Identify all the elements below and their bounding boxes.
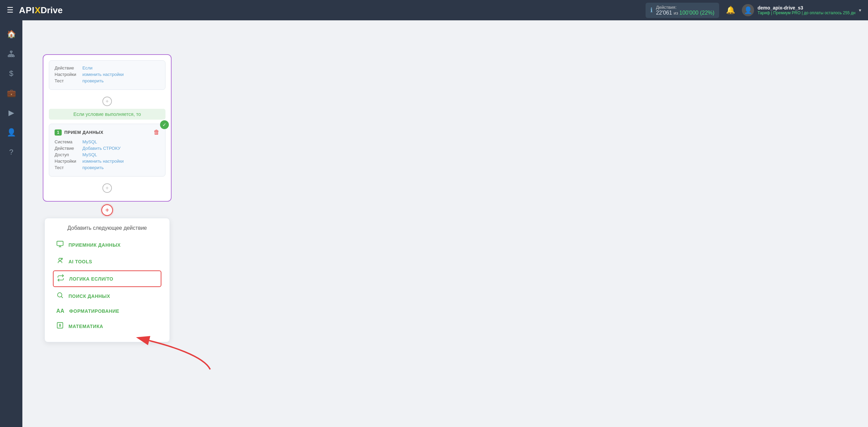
- sidebar-item-youtube[interactable]: ▶: [3, 104, 20, 121]
- label-settings: Настройки: [55, 72, 78, 77]
- menu-label-ai-tools: AI TOOLS: [68, 259, 92, 264]
- actions-total: 100'000: [679, 10, 698, 16]
- actions-pct: (22%): [700, 10, 714, 16]
- logo: APIXDrive: [19, 5, 63, 16]
- menu-item-math[interactable]: МАТЕМАТИКА: [53, 319, 161, 334]
- actions-separator: из: [674, 11, 679, 16]
- badge-title: ПРИЕМ ДАННЫХ: [64, 130, 103, 135]
- receive-header: 1 ПРИЕМ ДАННЫХ 🗑: [55, 129, 160, 136]
- receive-value-0[interactable]: MySQL: [82, 139, 97, 144]
- menu-item-ai-tools[interactable]: AI TOOLS: [53, 254, 161, 269]
- menu-item-logic[interactable]: ЛОГИКА ЕСЛИ/ТО: [53, 270, 161, 287]
- actions-text: Действия: 22'061 из 100'000 (22%): [656, 5, 714, 16]
- receive-label-3: Настройки: [55, 159, 78, 164]
- menu-label-math: МАТЕМАТИКА: [68, 324, 103, 329]
- user-name: demo_apix-drive_s3: [757, 5, 855, 11]
- sidebar-item-user[interactable]: 👤: [3, 124, 20, 141]
- sidebar-item-home[interactable]: 🏠: [3, 26, 20, 43]
- receive-row-1: Действие Добавить СТРОКУ: [55, 146, 160, 151]
- action-row-1: Действие Если: [55, 65, 160, 70]
- format-icon: Aa: [56, 308, 64, 314]
- receive-card-wrapper: 1 ПРИЕМ ДАННЫХ 🗑 Система MySQL Действие …: [49, 124, 165, 177]
- math-icon: [56, 322, 64, 331]
- user-info[interactable]: 👤 demo_apix-drive_s3 Тариф | Премиум PRO…: [742, 4, 861, 16]
- user-plan: Тариф | Премиум PRO | до оплаты осталось…: [757, 11, 855, 15]
- menu-item-search[interactable]: ПОИСК ДАННЫХ: [53, 288, 161, 304]
- sidebar-item-briefcase[interactable]: 💼: [3, 85, 20, 102]
- nav-left: ☰ APIXDrive: [7, 5, 63, 16]
- info-icon: ℹ: [650, 6, 653, 14]
- action-menu-title: Добавить следующее действие: [53, 225, 161, 231]
- avatar: 👤: [742, 4, 754, 16]
- bell-icon[interactable]: 🔔: [726, 6, 735, 15]
- ai-tools-icon: [56, 257, 64, 266]
- receive-label-2: Доступ: [55, 152, 78, 157]
- actions-count: 22'061 из 100'000 (22%): [656, 10, 714, 16]
- receive-row-2: Доступ MySQL: [55, 152, 160, 157]
- user-details: demo_apix-drive_s3 Тариф | Премиум PRO |…: [757, 5, 855, 15]
- receive-value-4[interactable]: проверить: [82, 165, 104, 170]
- svg-rect-1: [8, 56, 10, 57]
- add-action-button[interactable]: +: [101, 204, 113, 216]
- action-row-3: Тест проверить: [55, 78, 160, 83]
- connector-dot-top[interactable]: +: [102, 97, 112, 106]
- sidebar-item-help[interactable]: ?: [3, 144, 20, 161]
- label-test: Тест: [55, 78, 78, 83]
- actions-badge: ℹ Действия: 22'061 из 100'000 (22%): [646, 3, 719, 18]
- actions-current: 22'061: [656, 10, 672, 16]
- svg-point-13: [61, 258, 63, 260]
- add-action-section: + Добавить следующее действие ПРИЕМНИК Д…: [44, 204, 170, 342]
- receive-label-4: Тест: [55, 165, 78, 170]
- menu-item-receiver[interactable]: ПРИЕМНИК ДАННЫХ: [53, 237, 161, 252]
- menu-label-logic: ЛОГИКА ЕСЛИ/ТО: [69, 276, 113, 282]
- receive-row-4: Тест проверить: [55, 165, 160, 170]
- value-esli[interactable]: Если: [82, 65, 93, 70]
- menu-label-search: ПОИСК ДАННЫХ: [68, 293, 110, 299]
- menu-item-format[interactable]: Aa ФОРМАТИРОВАНИЕ: [53, 305, 161, 317]
- svg-line-15: [61, 297, 63, 298]
- receive-label-0: Система: [55, 139, 78, 144]
- logic-icon: [57, 274, 64, 283]
- main-content: Действие Если Настройки изменить настрой…: [22, 41, 868, 427]
- sidebar-item-sitemap[interactable]: [3, 45, 20, 62]
- hamburger-menu[interactable]: ☰: [7, 6, 14, 15]
- connector-dot-bottom[interactable]: +: [102, 183, 112, 193]
- label-action: Действие: [55, 65, 78, 70]
- svg-rect-2: [10, 56, 12, 57]
- action-row-2: Настройки изменить настройки: [55, 72, 160, 77]
- svg-point-12: [59, 258, 61, 261]
- svg-point-14: [58, 293, 62, 297]
- value-test[interactable]: проверить: [82, 78, 104, 83]
- chevron-down-icon: ▾: [859, 7, 861, 13]
- condition-outer-card: Действие Если Настройки изменить настрой…: [43, 54, 172, 202]
- receive-row-3: Настройки изменить настройки: [55, 159, 160, 164]
- delete-icon[interactable]: 🗑: [154, 129, 160, 136]
- receive-badge: 1 ПРИЕМ ДАННЫХ: [55, 129, 103, 136]
- svg-rect-0: [10, 51, 12, 53]
- menu-label-format: ФОРМАТИРОВАНИЕ: [69, 308, 119, 314]
- receive-value-1[interactable]: Добавить СТРОКУ: [82, 146, 120, 151]
- sidebar: 🏠 $ 💼 ▶ 👤 ?: [0, 20, 22, 427]
- top-navigation: ☰ APIXDrive ℹ Действия: 22'061 из 100'00…: [0, 0, 868, 20]
- canvas: Действие Если Настройки изменить настрой…: [22, 41, 868, 427]
- check-icon: ✓: [160, 120, 169, 129]
- logo-x: X: [35, 5, 40, 16]
- actions-label: Действия:: [656, 5, 714, 10]
- sidebar-item-billing[interactable]: $: [3, 65, 20, 82]
- logo-drive: Drive: [41, 5, 63, 16]
- svg-rect-3: [13, 56, 14, 57]
- receive-label-1: Действие: [55, 146, 78, 151]
- search-icon: [56, 291, 64, 301]
- menu-label-receiver: ПРИЕМНИК ДАННЫХ: [68, 242, 121, 248]
- receive-row-0: Система MySQL: [55, 139, 160, 144]
- badge-number: 1: [55, 129, 62, 136]
- receive-value-3[interactable]: изменить настройки: [82, 159, 124, 164]
- receive-card: 1 ПРИЕМ ДАННЫХ 🗑 Система MySQL Действие …: [49, 124, 165, 177]
- action-card-condition: Действие Если Настройки изменить настрой…: [49, 60, 165, 90]
- flow-wrapper: Действие Если Настройки изменить настрой…: [43, 54, 172, 342]
- logo-api: API: [19, 5, 35, 16]
- receive-value-2[interactable]: MySQL: [82, 152, 97, 157]
- svg-rect-9: [57, 241, 63, 246]
- action-menu-card: Добавить следующее действие ПРИЕМНИК ДАН…: [44, 218, 170, 342]
- value-settings[interactable]: изменить настройки: [82, 72, 124, 77]
